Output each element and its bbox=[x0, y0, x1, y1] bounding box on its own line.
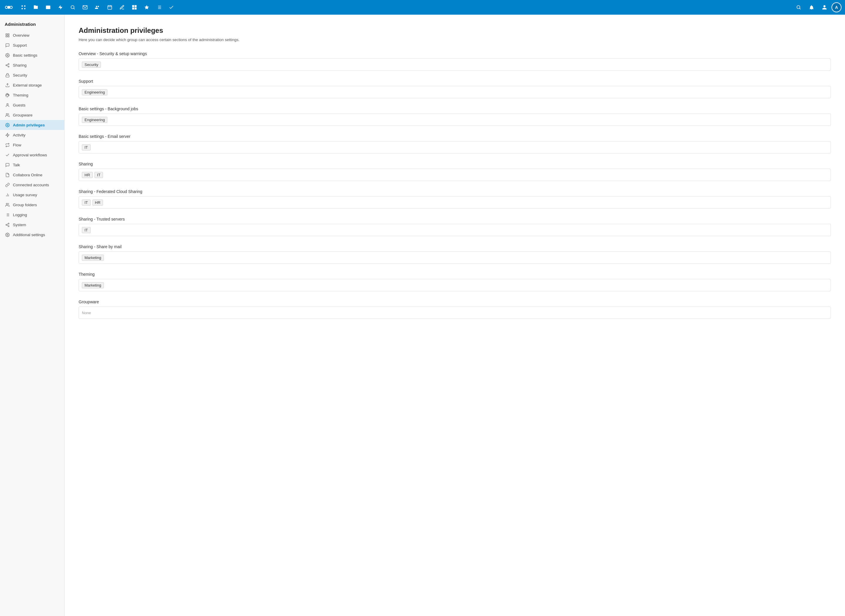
section-label-2: Basic settings - Background jobs bbox=[79, 107, 831, 111]
svg-point-38 bbox=[8, 63, 9, 65]
sidebar-item-talk[interactable]: Talk bbox=[0, 160, 64, 170]
sidebar-item-overview[interactable]: Overview bbox=[0, 30, 64, 40]
sidebar-item-guests[interactable]: Guests bbox=[0, 100, 64, 110]
sidebar-item-external-storage[interactable]: External storage bbox=[0, 80, 64, 90]
svg-line-42 bbox=[7, 64, 8, 65]
tasks-list-nav-icon[interactable] bbox=[153, 1, 165, 13]
sidebar-item-groupware[interactable]: Groupware bbox=[0, 110, 64, 120]
tag-input-0[interactable]: Security bbox=[79, 59, 831, 71]
sidebar-item-system[interactable]: System bbox=[0, 220, 64, 230]
sidebar-item-additional-settings[interactable]: Additional settings bbox=[0, 230, 64, 240]
sidebar-item-flow[interactable]: Flow bbox=[0, 140, 64, 150]
topbar-nav-icons bbox=[18, 1, 792, 13]
notifications-icon[interactable] bbox=[806, 1, 817, 13]
sidebar-label: Group folders bbox=[13, 203, 37, 207]
svg-line-66 bbox=[7, 225, 8, 226]
svg-point-7 bbox=[24, 5, 25, 7]
section-9: GroupwareNone bbox=[79, 299, 831, 319]
tag-input-5[interactable]: ITHR bbox=[79, 196, 831, 208]
sidebar-item-theming[interactable]: Theming bbox=[0, 90, 64, 100]
tag-input-1[interactable]: Engineering bbox=[79, 86, 831, 98]
user-avatar[interactable]: A bbox=[832, 2, 842, 12]
svg-marker-24 bbox=[145, 5, 149, 9]
section-3: Basic settings - Email serverIT bbox=[79, 134, 831, 153]
sidebar-item-approval-workflows[interactable]: Approval workflows bbox=[0, 150, 64, 160]
svg-point-48 bbox=[8, 95, 9, 95]
usage-survey-icon bbox=[5, 192, 10, 197]
tag-input-7[interactable]: Marketing bbox=[79, 251, 831, 264]
section-label-3: Basic settings - Email server bbox=[79, 134, 831, 139]
tag-input-9[interactable]: None bbox=[79, 307, 831, 319]
bookmarks-nav-icon[interactable] bbox=[141, 1, 153, 13]
svg-rect-43 bbox=[6, 75, 9, 77]
sidebar-label: External storage bbox=[13, 83, 42, 87]
section-label-6: Sharing - Trusted servers bbox=[79, 217, 831, 221]
sidebar-label: Sharing bbox=[13, 63, 27, 67]
contacts-nav-icon[interactable] bbox=[91, 1, 103, 13]
tag-input-6[interactable]: IT bbox=[79, 224, 831, 236]
notes-nav-icon[interactable] bbox=[116, 1, 128, 13]
svg-point-39 bbox=[6, 65, 7, 66]
activity-icon bbox=[5, 132, 10, 138]
svg-point-64 bbox=[6, 224, 7, 225]
sidebar-item-activity[interactable]: Activity bbox=[0, 130, 64, 140]
svg-line-14 bbox=[73, 8, 75, 9]
sidebar-title: Administration bbox=[0, 19, 64, 30]
sidebar-label: Theming bbox=[13, 93, 28, 97]
files-nav-icon[interactable] bbox=[30, 1, 42, 13]
photos-nav-icon[interactable] bbox=[42, 1, 54, 13]
dashboard-nav-icon[interactable] bbox=[18, 1, 29, 13]
sidebar-item-support[interactable]: Support bbox=[0, 40, 64, 50]
svg-rect-36 bbox=[7, 35, 9, 37]
sidebar-item-connected-accounts[interactable]: Connected accounts bbox=[0, 180, 64, 190]
deck-nav-icon[interactable] bbox=[129, 1, 140, 13]
tag: Marketing bbox=[82, 282, 104, 288]
tag-input-4[interactable]: HRIT bbox=[79, 169, 831, 181]
tag-input-8[interactable]: Marketing bbox=[79, 279, 831, 291]
tag: Marketing bbox=[82, 255, 104, 261]
calendar-nav-icon[interactable] bbox=[104, 1, 116, 13]
sidebar-item-group-folders[interactable]: Group folders bbox=[0, 200, 64, 210]
section-5: Sharing - Federated Cloud SharingITHR bbox=[79, 189, 831, 208]
svg-point-40 bbox=[8, 66, 9, 67]
contacts-right-icon[interactable] bbox=[819, 1, 830, 13]
svg-point-56 bbox=[6, 203, 7, 204]
sidebar-label: Activity bbox=[13, 133, 25, 137]
search-right-icon[interactable] bbox=[793, 1, 804, 13]
svg-marker-12 bbox=[59, 5, 63, 10]
checkbox-nav-icon[interactable] bbox=[166, 1, 177, 13]
sidebar-label: System bbox=[13, 223, 26, 227]
sidebar-item-logging[interactable]: Logging bbox=[0, 210, 64, 220]
svg-point-6 bbox=[21, 5, 23, 7]
groupware-icon bbox=[5, 112, 10, 117]
sidebar-item-collabora[interactable]: Collabora Online bbox=[0, 170, 64, 180]
sidebar-label: Usage survey bbox=[13, 193, 37, 197]
collabora-icon bbox=[5, 172, 10, 177]
sidebar-label: Additional settings bbox=[13, 233, 45, 237]
tag: IT bbox=[94, 172, 103, 178]
section-8: ThemingMarketing bbox=[79, 272, 831, 291]
section-label-0: Overview - Security & setup warnings bbox=[79, 51, 831, 56]
sidebar-label: Guests bbox=[13, 103, 25, 107]
svg-point-51 bbox=[7, 125, 8, 126]
nextcloud-logo[interactable] bbox=[3, 2, 14, 13]
tag-placeholder: None bbox=[82, 311, 91, 315]
system-icon bbox=[5, 222, 10, 227]
tag-input-2[interactable]: Engineering bbox=[79, 113, 831, 126]
activity-nav-icon[interactable] bbox=[54, 1, 66, 13]
sidebar-item-security[interactable]: Security bbox=[0, 70, 64, 80]
svg-line-67 bbox=[7, 224, 8, 224]
tag-input-3[interactable]: IT bbox=[79, 141, 831, 153]
svg-point-45 bbox=[6, 95, 7, 95]
sidebar-item-sharing[interactable]: Sharing bbox=[0, 60, 64, 70]
tag: IT bbox=[82, 144, 91, 151]
sidebar-item-basic-settings[interactable]: Basic settings bbox=[0, 50, 64, 60]
section-label-1: Support bbox=[79, 79, 831, 84]
sidebar-label: Admin privileges bbox=[13, 123, 45, 127]
svg-point-9 bbox=[24, 8, 25, 9]
sidebar-item-admin-privileges[interactable]: Admin privileges bbox=[0, 120, 64, 130]
sidebar-item-usage-survey[interactable]: Usage survey bbox=[0, 190, 64, 200]
search-nav-icon[interactable] bbox=[67, 1, 79, 13]
additional-settings-icon bbox=[5, 232, 10, 237]
mail-nav-icon[interactable] bbox=[79, 1, 91, 13]
